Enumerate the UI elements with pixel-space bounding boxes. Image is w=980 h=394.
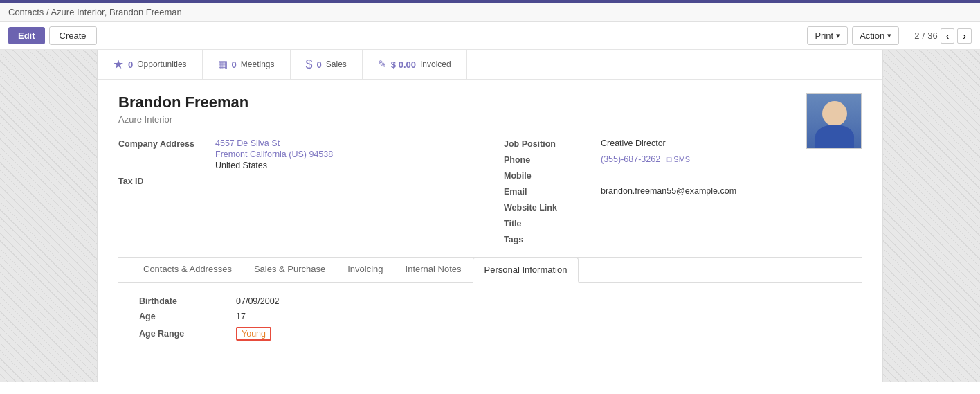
- pagination-separator: /: [923, 30, 925, 41]
- mobile-row: Mobile: [504, 170, 862, 181]
- tax-id-label: Tax ID: [118, 176, 215, 186]
- left-sidebar: [0, 50, 97, 382]
- stat-invoiced[interactable]: ✎ $ 0.00 Invoiced: [363, 50, 467, 79]
- address-line1: 4557 De Silva St: [215, 138, 333, 148]
- opportunities-label: Opportunities: [137, 60, 186, 69]
- website-row: Website Link: [504, 202, 862, 213]
- address-country: United States: [215, 161, 333, 170]
- contact-company: Azure Interior: [118, 114, 862, 125]
- company-address-value: 4557 De Silva St Fremont California (US)…: [215, 138, 333, 170]
- phone-value: (355)-687-3262 □ SMS: [601, 154, 690, 164]
- record-area: ★ 0 Opportunities ▦ 0 Meetings $ 0 Sales…: [97, 50, 883, 382]
- contact-photo: [806, 93, 862, 149]
- fields-row: Company Address 4557 De Silva St Fremont…: [118, 138, 862, 250]
- email-value: brandon.freeman55@example.com: [601, 186, 736, 196]
- contact-name: Brandon Freeman: [118, 93, 862, 111]
- create-button[interactable]: Create: [49, 26, 97, 45]
- age-value: 17: [236, 312, 246, 321]
- birthdate-row: Birthdate 07/09/2002: [139, 296, 841, 306]
- tab-content-personal-info: Birthdate 07/09/2002 Age 17 Age Range Yo…: [118, 283, 862, 360]
- action-chevron-icon: ▾: [887, 31, 891, 40]
- pagination-current: 2: [914, 30, 919, 41]
- stat-sales[interactable]: $ 0 Sales: [291, 50, 363, 79]
- phone-number: (355)-687-3262: [601, 154, 660, 164]
- age-range-row: Age Range Young: [139, 327, 841, 341]
- toolbar: Edit Create Print ▾ Action ▾ 2 / 36 ‹ ›: [0, 22, 980, 50]
- tab-invoicing[interactable]: Invoicing: [336, 258, 394, 283]
- job-position-value: Creative Director: [601, 138, 666, 148]
- opportunities-count: 0: [128, 60, 133, 70]
- email-row: Email brandon.freeman55@example.com: [504, 186, 862, 197]
- age-row: Age 17: [139, 312, 841, 321]
- meetings-label: Meetings: [241, 60, 275, 69]
- field-col-left: Company Address 4557 De Silva St Fremont…: [118, 138, 476, 250]
- pagination: 2 / 36 ‹ ›: [914, 28, 972, 44]
- tab-personal-information[interactable]: Personal Information: [473, 258, 579, 283]
- record-body: Brandon Freeman Azure Interior Company A…: [98, 80, 882, 374]
- job-position-label: Job Position: [504, 138, 601, 149]
- tags-label: Tags: [504, 234, 601, 244]
- pagination-next-button[interactable]: ›: [957, 28, 972, 44]
- pagination-prev-button[interactable]: ‹: [941, 28, 955, 44]
- print-button[interactable]: Print ▾: [807, 26, 848, 45]
- main-content: ★ 0 Opportunities ▦ 0 Meetings $ 0 Sales…: [0, 50, 980, 382]
- phone-label: Phone: [504, 154, 601, 165]
- address-line2: Fremont California (US) 94538: [215, 150, 333, 159]
- print-chevron-icon: ▾: [836, 31, 840, 40]
- tab-sales-purchase[interactable]: Sales & Purchase: [243, 258, 336, 283]
- stat-meetings[interactable]: ▦ 0 Meetings: [203, 50, 291, 79]
- phone-row: Phone (355)-687-3262 □ SMS: [504, 154, 862, 165]
- mobile-label: Mobile: [504, 170, 601, 181]
- age-range-value: Young: [236, 327, 271, 341]
- age-range-label: Age Range: [139, 329, 236, 339]
- email-label: Email: [504, 186, 601, 197]
- company-address-row: Company Address 4557 De Silva St Fremont…: [118, 138, 476, 170]
- stat-bar: ★ 0 Opportunities ▦ 0 Meetings $ 0 Sales…: [98, 50, 882, 80]
- dollar-icon: $: [306, 57, 313, 72]
- breadcrumb: Contacts / Azure Interior, Brandon Freem…: [0, 3, 980, 22]
- invoiced-label: Invoiced: [420, 60, 451, 69]
- action-button[interactable]: Action ▾: [852, 26, 899, 45]
- sales-label: Sales: [326, 60, 347, 69]
- company-address-label: Company Address: [118, 138, 215, 149]
- tax-id-row: Tax ID: [118, 176, 476, 186]
- title-row: Title: [504, 218, 862, 229]
- action-label: Action: [860, 30, 884, 41]
- website-label: Website Link: [504, 202, 601, 213]
- address-block: 4557 De Silva St Fremont California (US)…: [215, 138, 333, 170]
- invoice-icon: ✎: [378, 58, 387, 71]
- birthdate-value: 07/09/2002: [236, 296, 280, 306]
- tab-contacts-addresses[interactable]: Contacts & Addresses: [132, 258, 243, 283]
- calendar-icon: ▦: [218, 58, 228, 71]
- pagination-total: 36: [927, 30, 937, 41]
- tab-internal-notes[interactable]: Internal Notes: [394, 258, 473, 283]
- right-sidebar: [883, 50, 980, 382]
- stat-opportunities[interactable]: ★ 0 Opportunities: [98, 50, 203, 79]
- sales-count: 0: [317, 60, 322, 70]
- tags-row: Tags: [504, 234, 862, 244]
- edit-button[interactable]: Edit: [8, 27, 45, 44]
- age-label: Age: [139, 312, 236, 321]
- meetings-count: 0: [232, 60, 237, 70]
- invoiced-count: $ 0.00: [391, 60, 416, 70]
- title-label: Title: [504, 218, 601, 229]
- field-col-right: Job Position Creative Director Phone (35…: [504, 138, 862, 250]
- print-label: Print: [815, 30, 833, 41]
- birthdate-label: Birthdate: [139, 296, 236, 306]
- tabs-bar: Contacts & Addresses Sales & Purchase In…: [118, 257, 862, 283]
- star-icon: ★: [113, 57, 124, 72]
- breadcrumb-text: Contacts / Azure Interior, Brandon Freem…: [8, 7, 182, 17]
- sms-link[interactable]: □ SMS: [667, 155, 691, 163]
